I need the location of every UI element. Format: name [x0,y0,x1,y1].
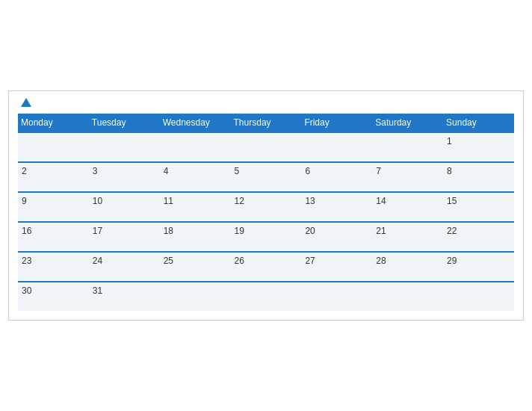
calendar-day-cell [301,282,372,311]
calendar-day-cell: 19 [231,222,302,252]
calendar-day-cell: 4 [160,162,231,192]
calendar-week-row: 3031 [18,282,514,311]
calendar-day-cell [231,282,302,311]
day-number: 16 [22,226,31,236]
calendar-day-cell: 29 [443,252,514,282]
weekday-header: Saturday [372,114,443,132]
calendar-week-row: 16171819202122 [18,222,514,252]
day-number: 18 [164,226,173,236]
day-number: 30 [22,285,31,296]
day-number: 19 [235,226,244,236]
weekday-header: Thursday [231,114,302,132]
calendar-week-row: 23242526272829 [18,252,514,282]
logo [19,99,31,108]
calendar-container: MondayTuesdayWednesdayThursdayFridaySatu… [8,90,524,321]
calendar-day-cell: 25 [160,252,231,282]
calendar-day-cell: 1 [443,132,514,162]
calendar-day-cell: 16 [18,222,89,252]
weekday-header: Friday [301,114,372,132]
calendar-day-cell: 10 [89,192,160,222]
day-number: 11 [164,196,173,206]
day-number: 23 [22,256,31,266]
calendar-day-cell: 26 [231,252,302,282]
calendar-day-cell [372,282,443,311]
day-number: 21 [376,226,386,236]
day-number: 31 [93,285,102,296]
calendar-grid: MondayTuesdayWednesdayThursdayFridaySatu… [18,114,514,311]
calendar-day-cell: 30 [18,282,89,311]
day-number: 10 [93,196,102,206]
day-number: 9 [22,196,27,206]
day-number: 8 [447,166,452,176]
day-number: 4 [164,166,169,176]
calendar-day-cell: 12 [231,192,302,222]
calendar-day-cell: 17 [89,222,160,252]
day-number: 7 [376,166,381,176]
calendar-day-cell: 6 [301,162,372,192]
calendar-day-cell: 15 [443,192,514,222]
calendar-day-cell: 13 [301,192,372,222]
day-number: 28 [376,256,386,266]
calendar-day-cell: 5 [231,162,302,192]
calendar-week-row: 1 [18,132,514,162]
calendar-week-row: 9101112131415 [18,192,514,222]
calendar-day-cell: 11 [160,192,231,222]
calendar-day-cell [301,132,372,162]
weekday-header: Tuesday [89,114,160,132]
day-number: 13 [305,196,315,206]
day-number: 26 [235,256,244,266]
calendar-day-cell: 20 [301,222,372,252]
calendar-day-cell: 24 [89,252,160,282]
calendar-day-cell: 7 [372,162,443,192]
logo-triangle-icon [21,98,31,107]
calendar-day-cell: 28 [372,252,443,282]
calendar-week-row: 2345678 [18,162,514,192]
day-number: 1 [447,136,452,146]
calendar-day-cell [89,132,160,162]
day-number: 24 [93,256,102,266]
calendar-day-cell [443,282,514,311]
day-number: 15 [447,196,457,206]
day-number: 20 [305,226,315,236]
day-number: 25 [164,256,173,266]
day-number: 3 [93,166,98,176]
calendar-day-cell [372,132,443,162]
calendar-day-cell: 21 [372,222,443,252]
weekday-header: Sunday [443,114,514,132]
calendar-day-cell: 3 [89,162,160,192]
weekday-header-row: MondayTuesdayWednesdayThursdayFridaySatu… [18,114,514,132]
calendar-day-cell: 27 [301,252,372,282]
calendar-day-cell: 31 [89,282,160,311]
day-number: 5 [235,166,240,176]
calendar-header [18,99,514,108]
day-number: 29 [447,256,457,266]
day-number: 27 [305,256,315,266]
calendar-day-cell [18,132,89,162]
calendar-day-cell: 14 [372,192,443,222]
calendar-day-cell: 8 [443,162,514,192]
calendar-day-cell: 2 [18,162,89,192]
calendar-day-cell [231,132,302,162]
day-number: 12 [235,196,244,206]
day-number: 2 [22,166,27,176]
weekday-header: Wednesday [160,114,231,132]
calendar-day-cell [160,282,231,311]
day-number: 6 [305,166,310,176]
calendar-day-cell: 23 [18,252,89,282]
calendar-day-cell: 18 [160,222,231,252]
weekday-header: Monday [18,114,89,132]
calendar-day-cell: 9 [18,192,89,222]
calendar-day-cell [160,132,231,162]
calendar-day-cell: 22 [443,222,514,252]
day-number: 22 [447,226,457,236]
day-number: 14 [376,196,386,206]
day-number: 17 [93,226,102,236]
